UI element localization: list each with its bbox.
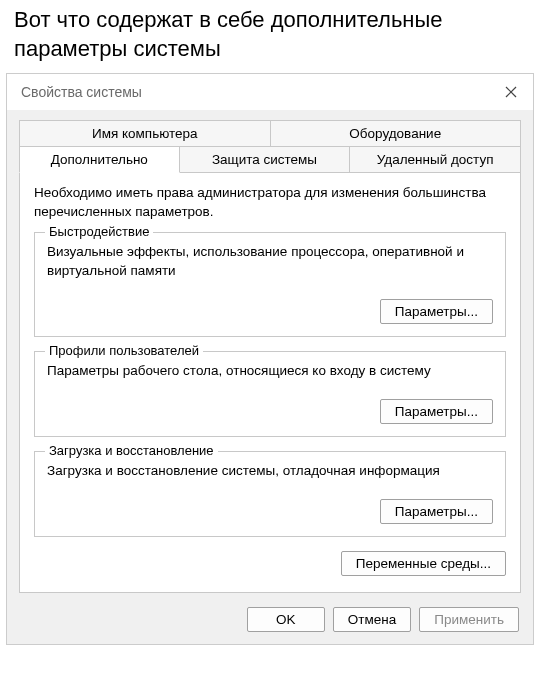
- tab-hardware[interactable]: Оборудование: [271, 120, 522, 146]
- group-performance: Быстродействие Визуальные эффекты, испол…: [34, 232, 506, 337]
- apply-button[interactable]: Применить: [419, 607, 519, 632]
- group-user-profiles-desc: Параметры рабочего стола, относящиеся ко…: [47, 362, 493, 381]
- user-profiles-settings-button[interactable]: Параметры...: [380, 399, 493, 424]
- environment-variables-button[interactable]: Переменные среды...: [341, 551, 506, 576]
- group-performance-legend: Быстродействие: [45, 224, 153, 239]
- cancel-button[interactable]: Отмена: [333, 607, 411, 632]
- group-startup-recovery: Загрузка и восстановление Загрузка и вос…: [34, 451, 506, 537]
- tab-row-bottom: Дополнительно Защита системы Удаленный д…: [19, 146, 521, 173]
- dialog-body: Имя компьютера Оборудование Дополнительн…: [7, 110, 533, 596]
- tab-panel-advanced: Необходимо иметь права администратора дл…: [19, 172, 521, 592]
- tab-row-top: Имя компьютера Оборудование: [19, 120, 521, 146]
- dialog-button-row: OK Отмена Применить: [7, 597, 533, 644]
- startup-recovery-settings-button[interactable]: Параметры...: [380, 499, 493, 524]
- performance-settings-button[interactable]: Параметры...: [380, 299, 493, 324]
- group-user-profiles: Профили пользователей Параметры рабочего…: [34, 351, 506, 437]
- close-button[interactable]: [501, 82, 521, 102]
- tab-computer-name[interactable]: Имя компьютера: [19, 120, 271, 146]
- group-performance-desc: Визуальные эффекты, использование процес…: [47, 243, 493, 281]
- window-title: Свойства системы: [21, 84, 142, 100]
- group-user-profiles-legend: Профили пользователей: [45, 343, 203, 358]
- group-startup-recovery-desc: Загрузка и восстановление системы, отлад…: [47, 462, 493, 481]
- tab-advanced[interactable]: Дополнительно: [19, 146, 180, 173]
- tab-system-protection[interactable]: Защита системы: [180, 146, 351, 173]
- admin-notice: Необходимо иметь права администратора дл…: [34, 184, 506, 222]
- ok-button[interactable]: OK: [247, 607, 325, 632]
- titlebar: Свойства системы: [7, 74, 533, 110]
- system-properties-window: Свойства системы Имя компьютера Оборудов…: [6, 73, 534, 644]
- tab-remote[interactable]: Удаленный доступ: [350, 146, 521, 173]
- group-startup-recovery-legend: Загрузка и восстановление: [45, 443, 218, 458]
- close-icon: [505, 86, 517, 98]
- page-heading: Вот что содержат в себе дополнительные п…: [0, 0, 540, 73]
